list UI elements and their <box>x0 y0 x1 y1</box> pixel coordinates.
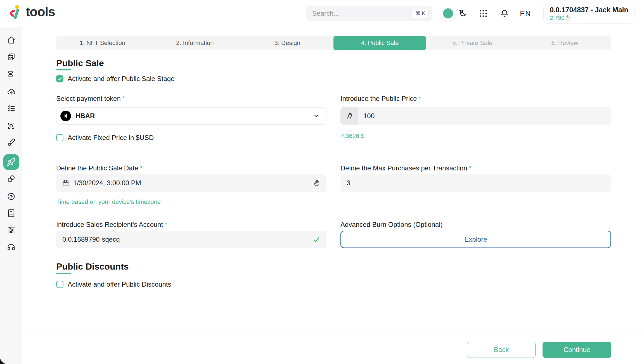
step-private-sale[interactable]: 5. Private Sale <box>426 36 518 50</box>
sidebar-item-launchpad-active[interactable] <box>3 154 19 170</box>
notifications-bell-icon[interactable] <box>500 9 509 18</box>
step-information[interactable]: 2. Information <box>149 36 241 50</box>
account-balance: 2,790 ℏ <box>550 15 628 21</box>
sidebar-item-airdrop[interactable] <box>7 192 15 201</box>
back-button[interactable]: Back <box>467 342 536 358</box>
sidebar-item-settings[interactable] <box>7 226 15 234</box>
search-shortcut-badge: ⌘ K <box>412 9 428 18</box>
max-purchases-input[interactable] <box>347 179 611 187</box>
sidebar-item-upload[interactable] <box>7 87 15 96</box>
footer-divider <box>22 334 644 334</box>
sidebar-item-scanner[interactable] <box>7 122 15 130</box>
continue-button[interactable]: Continue <box>543 342 611 358</box>
gallery-icon <box>7 53 15 61</box>
chevron-down-icon <box>628 10 629 17</box>
recipient-field[interactable] <box>56 231 326 248</box>
logo-wordmark: tools <box>26 4 55 19</box>
title-underline <box>56 273 71 274</box>
sidebar-item-paint[interactable] <box>7 138 15 146</box>
valid-check-icon <box>312 235 320 243</box>
main-content: 1. NFT Selection 2. Information 3. Desig… <box>22 27 644 364</box>
sale-date-field[interactable] <box>56 174 326 192</box>
sliders-icon <box>7 226 15 234</box>
tools-logo-icon <box>8 4 23 20</box>
recipient-label: Introduce Sales Recipient's Account* <box>56 221 167 229</box>
calendar-icon <box>62 179 69 187</box>
search-input[interactable] <box>312 9 412 17</box>
upload-cloud-icon <box>7 87 15 96</box>
wizard-stepper: 1. NFT Selection 2. Information 3. Desig… <box>56 36 611 50</box>
account-menu[interactable]: 0.0.1704837 - Jack Main 2,790 ℏ <box>543 3 634 24</box>
arrow-up-circle-icon <box>7 192 15 201</box>
language-selector[interactable]: EN <box>520 9 531 18</box>
checkbox-unchecked-icon[interactable] <box>56 281 63 288</box>
rocket-icon <box>7 158 16 166</box>
step-nft-selection[interactable]: 1. NFT Selection <box>56 36 149 50</box>
anvil-icon <box>7 70 15 78</box>
sale-date-label: Define the Public Sale Date* <box>56 164 143 172</box>
sidebar <box>0 27 22 364</box>
checkbox-label: Activate Fixed Price in $USD <box>68 134 154 142</box>
sidebar-item-checklist[interactable] <box>7 104 15 113</box>
app-logo[interactable]: tools <box>8 4 55 20</box>
section-title-public-sale: Public Sale <box>56 58 104 68</box>
checkbox-label: Activate and offer Public Discounts <box>68 280 171 288</box>
home-icon <box>7 36 15 44</box>
payment-token-select[interactable]: HBAR <box>56 107 326 125</box>
price-usd-conversion: 7.3626 $ <box>340 132 364 140</box>
section-title-public-discounts: Public Discounts <box>56 261 129 272</box>
topbar: tools ⌘ K EN <box>0 0 644 27</box>
sidebar-item-docs[interactable] <box>7 209 15 217</box>
dark-mode-moon-icon[interactable] <box>458 9 467 18</box>
public-price-input[interactable] <box>363 112 611 120</box>
section-divider <box>56 255 611 255</box>
required-asterisk: * <box>418 95 421 102</box>
explore-burn-options-button[interactable]: Explore <box>340 231 611 248</box>
chevron-down-icon <box>313 112 320 120</box>
circles-icon <box>7 175 15 183</box>
step-review[interactable]: 6. Review <box>518 36 611 50</box>
account-id: 0.0.1704837 - Jack Main <box>550 6 628 14</box>
hbar-currency-prefix: ℏ <box>340 107 358 125</box>
network-status-dot[interactable] <box>443 8 453 18</box>
sidebar-item-support[interactable] <box>7 242 15 251</box>
paintbrush-icon <box>7 138 15 146</box>
title-underline <box>56 69 71 70</box>
sidebar-item-tokens[interactable] <box>7 175 15 183</box>
max-purchases-label: Define the Max Purchases per Transaction… <box>340 164 472 172</box>
selected-token-name: HBAR <box>75 112 313 120</box>
sidebar-item-forge[interactable] <box>7 70 15 78</box>
step-design[interactable]: 3. Design <box>241 36 334 50</box>
checkbox-checked-icon[interactable] <box>56 75 63 82</box>
step-public-sale[interactable]: 4. Public Sale <box>333 36 426 50</box>
required-asterisk: * <box>165 221 167 228</box>
headphones-icon <box>7 242 15 251</box>
hbar-token-icon <box>60 111 71 121</box>
app-window: tools ⌘ K EN <box>0 0 644 364</box>
sidebar-item-gallery[interactable] <box>7 53 15 61</box>
timezone-note: Time based on your device's timezone <box>56 198 161 206</box>
sidebar-item-home[interactable] <box>7 36 15 44</box>
burn-options-label: Advanced Burn Options (Optional) <box>340 221 443 229</box>
activate-discounts-checkbox-row[interactable]: Activate and offer Public Discounts <box>56 280 171 288</box>
checklist-icon <box>7 104 15 113</box>
focus-icon <box>7 122 15 130</box>
checkbox-label: Activate and offer Public Sale Stage <box>68 75 174 83</box>
fixed-price-checkbox-row[interactable]: Activate Fixed Price in $USD <box>56 134 154 142</box>
checkbox-unchecked-icon[interactable] <box>56 134 63 141</box>
apps-grid-icon[interactable] <box>479 9 488 18</box>
required-asterisk: * <box>122 95 125 102</box>
public-price-field[interactable]: ℏ <box>340 107 611 125</box>
activate-public-sale-checkbox-row[interactable]: Activate and offer Public Sale Stage <box>56 75 174 83</box>
max-purchases-field[interactable] <box>340 174 611 192</box>
search-bar[interactable]: ⌘ K <box>306 6 432 21</box>
book-icon <box>7 209 15 217</box>
recipient-input[interactable] <box>62 235 312 243</box>
sale-date-input[interactable] <box>73 179 313 187</box>
public-price-label: Introduce the Public Price* <box>340 95 421 103</box>
payment-token-label: Select payment token* <box>56 95 125 103</box>
required-asterisk: * <box>140 164 143 172</box>
hand-cursor-icon <box>313 179 321 187</box>
required-asterisk: * <box>469 164 472 172</box>
